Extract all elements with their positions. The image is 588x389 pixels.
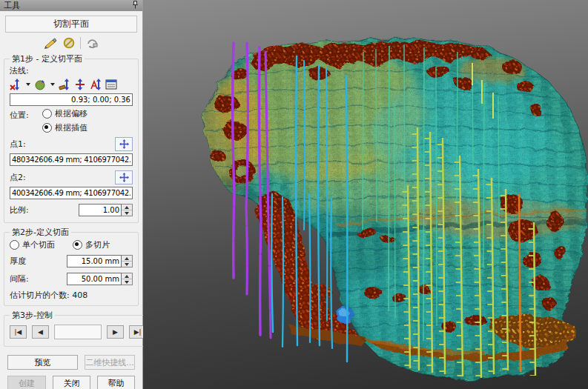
application-window: 工具 切割平面 第1步 - 定义切平面 <box>0 0 588 389</box>
radio-single-section[interactable]: 单个切面 <box>10 239 55 250</box>
create-button[interactable]: 创建 <box>7 376 46 389</box>
edit-plane-icon[interactable] <box>44 38 58 49</box>
point2-label: 点2: <box>10 172 26 183</box>
tool-header: 切割平面 <box>5 16 137 33</box>
thickness-input[interactable] <box>67 255 122 267</box>
delete-plane-icon[interactable] <box>63 37 75 49</box>
thickness-up-icon[interactable] <box>122 256 132 262</box>
scale-down-icon[interactable] <box>122 210 132 216</box>
pin-icon[interactable] <box>132 1 139 11</box>
normal-axis-dropdown-icon[interactable] <box>26 83 30 86</box>
normal-invert-icon[interactable] <box>74 79 86 90</box>
normal-numeric-icon[interactable] <box>105 79 117 90</box>
spacing-up-icon[interactable] <box>122 273 132 279</box>
prev-slice-button[interactable]: ◀ <box>32 325 49 339</box>
normal-axis-icon[interactable] <box>10 79 22 90</box>
cutting-plane-tool: 切割平面 第1步 - 定义切平面 法线: <box>0 11 142 389</box>
step3-group: 第3步-控制 |◀ ◀ ▶ ▶| <box>4 310 152 347</box>
normal-paint-icon[interactable] <box>59 79 70 90</box>
radio-by-offset-circle[interactable] <box>42 109 52 119</box>
scale-up-icon[interactable] <box>122 205 132 210</box>
next-slice-button[interactable]: ▶ <box>107 325 124 339</box>
radio-by-interpolation-circle[interactable] <box>42 123 52 133</box>
spacing-down-icon[interactable] <box>122 279 132 285</box>
slice-count-estimate: 估计切片的个数: 408 <box>10 290 133 301</box>
rotate-plane-icon[interactable] <box>86 38 99 49</box>
normal-sphere-dropdown-icon[interactable] <box>50 83 55 86</box>
normal-sphere-icon[interactable] <box>34 79 46 90</box>
normal-label: 法线: <box>10 65 29 76</box>
step2-group: 第2步-定义切面 单个切面 多切片 厚度 <box>4 227 139 306</box>
panel-title: 工具 <box>4 0 20 11</box>
help-button[interactable]: 帮助 <box>97 376 135 389</box>
panel-titlebar[interactable]: 工具 <box>0 0 142 11</box>
spacing-input[interactable] <box>67 273 122 285</box>
position-label: 位置: <box>10 108 42 121</box>
close-button[interactable]: 关闭 <box>53 376 90 389</box>
spacing-spinner <box>67 273 133 285</box>
radio-multi-circle[interactable] <box>73 240 82 250</box>
point1-value-input[interactable] <box>10 153 133 166</box>
normal-value-input[interactable] <box>10 93 133 106</box>
step1-group: 第1步 - 定义切平面 法线: <box>4 53 139 223</box>
radio-by-offset[interactable]: 根据偏移 <box>42 108 87 119</box>
thickness-down-icon[interactable] <box>122 262 132 267</box>
step2-legend: 第2步-定义切面 <box>10 227 71 238</box>
point2-pick-button[interactable] <box>115 170 133 184</box>
thickness-label: 厚度 <box>10 256 26 267</box>
thickness-spinner <box>67 255 133 267</box>
point1-pick-button[interactable] <box>115 137 133 151</box>
radio-by-interpolation[interactable]: 根据插值 <box>42 122 87 133</box>
point2-value-input[interactable] <box>10 187 133 199</box>
point1-label: 点1: <box>10 139 26 150</box>
radio-multi-slices[interactable]: 多切片 <box>73 239 110 250</box>
normal-edit-icon[interactable] <box>90 79 102 90</box>
slice-index-input[interactable] <box>54 325 102 339</box>
first-slice-button[interactable]: |◀ <box>10 325 27 339</box>
scale-input[interactable] <box>79 204 122 216</box>
viewport-3d[interactable] <box>143 0 588 389</box>
point-cloud-scene <box>143 0 588 389</box>
step3-legend: 第3步-控制 <box>10 310 55 321</box>
polyline-2d-button[interactable]: 二维快捷线... <box>85 355 135 370</box>
spacing-label: 间隔: <box>10 273 29 285</box>
step1-legend: 第1步 - 定义切平面 <box>10 53 85 64</box>
scale-label: 比例: <box>10 205 29 216</box>
scale-spinner <box>79 204 133 216</box>
radio-single-circle[interactable] <box>10 240 19 250</box>
toolbar-separator <box>80 37 81 49</box>
preview-button[interactable]: 预览 <box>7 355 78 370</box>
tools-panel: 工具 切割平面 第1步 - 定义切平面 <box>0 0 143 389</box>
